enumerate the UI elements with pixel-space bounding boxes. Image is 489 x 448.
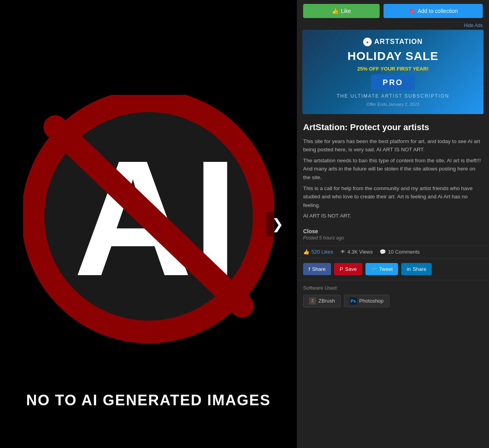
artstation-logo-icon — [363, 38, 372, 46]
thumb-up-icon: 👍 — [332, 8, 338, 14]
zbrush-icon: Z — [309, 297, 316, 305]
hide-ads-link[interactable]: Hide Ads — [297, 22, 489, 30]
linkedin-icon: in — [407, 266, 411, 272]
post-description: This site for years has been the best pl… — [297, 137, 489, 227]
close-link[interactable]: Close — [297, 227, 489, 235]
likes-stat[interactable]: 👍 520 Likes — [303, 249, 333, 255]
software-tags: Z ZBrush Ps Photoshop — [303, 295, 483, 307]
post-title: ArtStation: Protect your artists — [297, 119, 489, 137]
pinterest-save-button[interactable]: P Save — [334, 263, 362, 275]
description-para-3: This is a call for help from the communi… — [303, 184, 483, 210]
ad-pro-badge: PRO — [371, 75, 415, 90]
description-para-2: The artstation needs to ban this type of… — [303, 156, 483, 182]
bookmark-icon: 🔖 — [409, 8, 415, 14]
stats-row: 👍 520 Likes 👁 4.3K Views 💬 10 Comments — [297, 245, 489, 258]
image-caption: NO TO AI GENERATED IMAGES — [26, 392, 271, 409]
views-eye-icon: 👁 — [340, 249, 345, 255]
next-arrow-button[interactable]: ❯ — [266, 212, 289, 236]
software-label: Software Used: — [303, 285, 483, 291]
ad-discount: 25% OFF YOUR FIRST YEAR! — [357, 66, 429, 72]
image-panel: A I NO TO AI GENERATED IMAGES ❯ — [0, 0, 297, 448]
software-section: Software Used: Z ZBrush Ps Photoshop — [297, 280, 489, 312]
pinterest-icon: P — [340, 266, 343, 272]
ad-offer-ends: Offer Ends January 2, 2023 — [367, 102, 419, 107]
like-button[interactable]: 👍 Like — [303, 4, 380, 18]
photoshop-icon: Ps — [350, 297, 357, 305]
ad-logo: ARTSTATION — [363, 38, 422, 46]
facebook-icon: f — [309, 266, 310, 272]
likes-thumb-icon: 👍 — [303, 249, 309, 255]
comments-bubble-icon: 💬 — [380, 249, 386, 255]
ad-subscription-text: THE ULTIMATE ARTIST SUBSCRIPTION — [336, 93, 449, 99]
description-para-4: AI ART IS NOT ART. — [303, 212, 483, 220]
action-buttons-row: 👍 Like 🔖 Add to collection — [297, 0, 489, 22]
software-tag-zbrush[interactable]: Z ZBrush — [303, 295, 341, 307]
right-panel: 👍 Like 🔖 Add to collection Hide Ads ARTS… — [297, 0, 489, 448]
comments-stat[interactable]: 💬 10 Comments — [380, 249, 420, 255]
add-to-collection-button[interactable]: 🔖 Add to collection — [384, 4, 483, 18]
ad-headline: HOLIDAY SALE — [347, 49, 438, 63]
main-image: A I NO TO AI GENERATED IMAGES — [0, 0, 297, 448]
description-para-1: This site for years has been the best pl… — [303, 137, 483, 154]
linkedin-share-button[interactable]: in Share — [401, 263, 432, 275]
share-buttons-row: f Share P Save 🐦 Tweet in Share — [297, 258, 489, 280]
twitter-icon: 🐦 — [371, 266, 377, 272]
no-ai-logo: A I — [23, 95, 274, 354]
facebook-share-button[interactable]: f Share — [303, 263, 331, 275]
ad-banner[interactable]: ARTSTATION HOLIDAY SALE 25% OFF YOUR FIR… — [302, 30, 484, 114]
post-time: Posted 5 hours ago — [297, 235, 489, 245]
twitter-tweet-button[interactable]: 🐦 Tweet — [365, 263, 398, 275]
views-stat: 👁 4.3K Views — [340, 249, 373, 255]
software-tag-photoshop[interactable]: Ps Photoshop — [344, 295, 389, 307]
